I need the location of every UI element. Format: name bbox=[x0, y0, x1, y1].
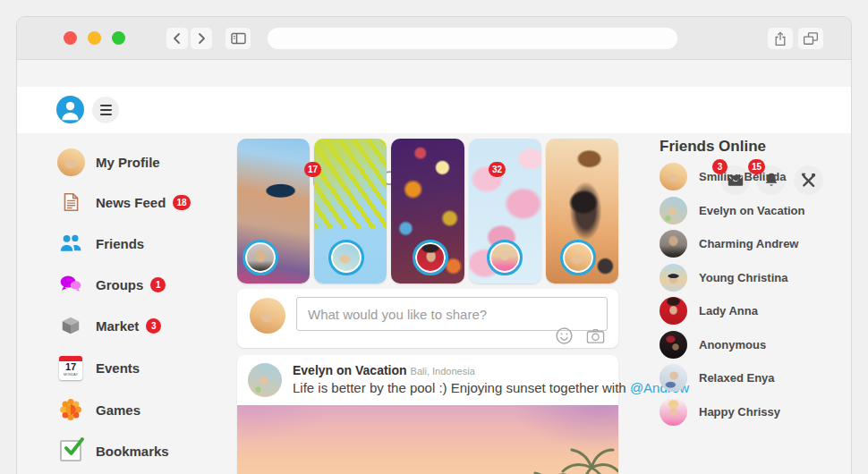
sidebar-label: Bookmarks bbox=[96, 444, 169, 459]
user-icon bbox=[56, 96, 84, 123]
post-composer bbox=[237, 289, 618, 348]
bookmarks-checkbox-icon bbox=[55, 440, 87, 461]
sidebar-label: My Profile bbox=[96, 155, 160, 170]
friend-avatar bbox=[660, 398, 687, 426]
news-feed-icon bbox=[55, 190, 87, 214]
profile-photo-icon bbox=[55, 148, 87, 176]
friend-row[interactable]: Evelyn on Vacation bbox=[660, 197, 847, 224]
share-icon bbox=[773, 31, 787, 47]
friend-name: Lady Anna bbox=[699, 304, 758, 317]
post-location: Bali, Indonesia bbox=[411, 366, 475, 377]
events-calendar-icon: 17 MONDAY bbox=[55, 356, 87, 380]
story-avatar[interactable] bbox=[560, 240, 596, 275]
story-card[interactable] bbox=[237, 139, 310, 284]
games-icon bbox=[55, 397, 87, 422]
post-image[interactable] bbox=[237, 405, 618, 474]
friend-name: Anonymous bbox=[699, 338, 766, 351]
chevron-right-icon bbox=[196, 32, 207, 45]
post-author-avatar[interactable] bbox=[248, 363, 282, 397]
news-feed-badge: 18 bbox=[173, 195, 190, 210]
calendar-day: 17 bbox=[59, 361, 82, 372]
video-badge: 17 bbox=[304, 162, 321, 177]
friend-row[interactable]: Anonymous bbox=[660, 331, 847, 359]
sidebar-label: Events bbox=[96, 360, 140, 376]
calendar-weekday: MONDAY bbox=[64, 373, 78, 377]
sidebar-label: Market bbox=[96, 318, 139, 334]
emoji-icon[interactable] bbox=[555, 326, 574, 345]
story-card[interactable] bbox=[391, 139, 464, 284]
friend-name: Evelyn on Vacation bbox=[699, 204, 805, 217]
tabs-button[interactable] bbox=[798, 28, 823, 49]
profile-avatar-button[interactable] bbox=[56, 96, 84, 123]
chevron-left-icon bbox=[172, 32, 183, 45]
post-text: Life is better by the pool :) Enjoying s… bbox=[293, 380, 689, 395]
friend-row[interactable]: Relaxed Enya bbox=[660, 364, 847, 392]
menu-button[interactable] bbox=[92, 97, 119, 123]
messages-badge: 3 bbox=[712, 159, 728, 174]
sidebar-panel-icon bbox=[231, 32, 246, 45]
sidebar-label: Friends bbox=[96, 236, 144, 251]
market-badge: 3 bbox=[146, 318, 161, 334]
friend-avatar bbox=[660, 197, 687, 224]
back-button[interactable] bbox=[166, 28, 188, 49]
friend-row[interactable]: Charming Andrew bbox=[660, 230, 847, 258]
friend-name: Relaxed Enya bbox=[699, 371, 775, 385]
browser-chrome bbox=[17, 17, 851, 60]
sidebar-item-news-feed[interactable]: News Feed 18 bbox=[55, 182, 243, 222]
share-button[interactable] bbox=[768, 28, 793, 49]
minimize-window-button[interactable] bbox=[88, 31, 101, 45]
sidebar-item-events[interactable]: 17 MONDAY Events bbox=[55, 348, 243, 387]
address-bar[interactable] bbox=[268, 28, 677, 49]
friend-avatar bbox=[660, 331, 687, 359]
sidebar-label: Groups bbox=[96, 277, 143, 292]
friend-row[interactable]: Happy Chrissy bbox=[660, 398, 847, 426]
friend-avatar bbox=[660, 364, 687, 392]
post-author-name[interactable]: Evelyn on VacationBali, Indonesia bbox=[293, 363, 475, 377]
friend-name: Happy Chrissy bbox=[699, 405, 780, 419]
friend-row[interactable]: Young Christina bbox=[660, 264, 847, 292]
friend-name: Charming Andrew bbox=[699, 237, 798, 250]
groups-icon bbox=[55, 273, 87, 296]
notifications-badge: 15 bbox=[748, 159, 765, 174]
friend-avatar bbox=[660, 264, 687, 292]
forward-button[interactable] bbox=[191, 28, 212, 49]
friend-row[interactable]: Lady Anna bbox=[660, 297, 847, 325]
composer-avatar bbox=[250, 298, 285, 334]
story-avatar[interactable] bbox=[328, 240, 364, 275]
friends-online-title: Friends Online bbox=[660, 138, 766, 156]
sidebar-item-bookmarks[interactable]: Bookmarks bbox=[55, 431, 243, 470]
feed-post: Evelyn on VacationBali, Indonesia Life i… bbox=[237, 355, 618, 474]
story-avatar[interactable] bbox=[413, 240, 448, 275]
friend-avatar bbox=[660, 163, 687, 190]
story-card[interactable] bbox=[314, 139, 387, 284]
sidebar-item-groups[interactable]: Groups 1 bbox=[55, 265, 243, 304]
sidebar-item-my-profile[interactable]: My Profile bbox=[55, 142, 243, 182]
camera-icon[interactable] bbox=[585, 326, 606, 345]
friend-avatar bbox=[660, 230, 687, 258]
sidebar-toggle-button[interactable] bbox=[226, 28, 251, 49]
app-header: 17 32 bbox=[17, 87, 851, 133]
friends-icon bbox=[55, 232, 87, 255]
story-card[interactable] bbox=[546, 139, 618, 284]
sidebar-item-games[interactable]: Games bbox=[55, 390, 243, 429]
sidebar-label: Games bbox=[96, 402, 140, 418]
stories-row bbox=[237, 139, 618, 284]
tabs-icon bbox=[803, 31, 819, 47]
zoom-window-button[interactable] bbox=[112, 31, 125, 45]
close-window-button[interactable] bbox=[64, 31, 77, 45]
story-card[interactable] bbox=[469, 139, 541, 284]
friend-name: Smiling Belinda bbox=[699, 170, 787, 183]
friend-name: Young Christina bbox=[699, 271, 787, 284]
sidebar-item-market[interactable]: Market 3 bbox=[55, 306, 243, 345]
likes-badge: 32 bbox=[489, 162, 506, 177]
market-icon bbox=[55, 314, 87, 337]
story-avatar[interactable] bbox=[487, 240, 523, 275]
groups-badge: 1 bbox=[150, 277, 166, 292]
sidebar-item-friends[interactable]: Friends bbox=[55, 224, 243, 263]
friend-avatar bbox=[660, 297, 687, 325]
story-avatar[interactable] bbox=[243, 240, 278, 275]
palm-trees bbox=[484, 432, 618, 474]
sidebar-label: News Feed bbox=[96, 195, 166, 210]
browser-window: 17 32 bbox=[16, 16, 852, 474]
